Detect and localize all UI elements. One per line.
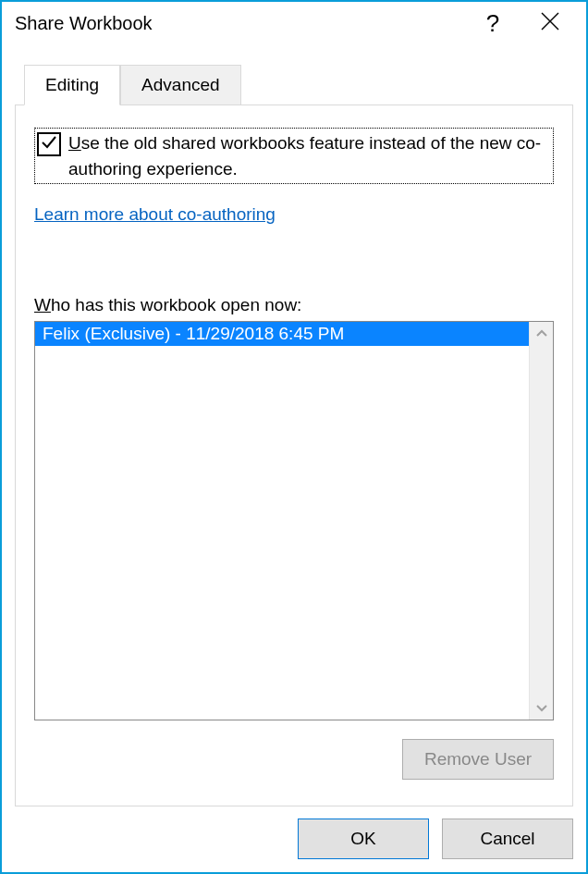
chevron-up-icon — [536, 324, 547, 344]
tab-panel-editing: Use the old shared workbooks feature ins… — [15, 105, 573, 806]
scrollbar[interactable] — [529, 322, 553, 720]
help-icon: ? — [486, 9, 499, 38]
dialog-title: Share Workbook — [15, 13, 481, 34]
use-old-shared-checkbox[interactable] — [37, 132, 61, 156]
users-listbox-inner: Felix (Exclusive) - 11/29/2018 6:45 PM — [35, 322, 529, 720]
users-listbox[interactable]: Felix (Exclusive) - 11/29/2018 6:45 PM — [34, 321, 554, 720]
remove-user-wrap: Remove User — [34, 739, 554, 780]
title-bar: Share Workbook ? — [2, 2, 586, 43]
cancel-button[interactable]: Cancel — [442, 819, 573, 859]
ok-button[interactable]: OK — [298, 819, 429, 859]
remove-user-button[interactable]: Remove User — [402, 739, 554, 780]
learn-more-link[interactable]: Learn more about co-authoring — [34, 204, 276, 225]
use-old-shared-label[interactable]: Use the old shared workbooks feature ins… — [68, 130, 551, 181]
tab-advanced[interactable]: Advanced — [120, 65, 241, 105]
checkmark-icon — [41, 134, 57, 155]
use-old-shared-row: Use the old shared workbooks feature ins… — [34, 128, 554, 184]
tabs: Editing Advanced — [24, 65, 586, 105]
help-button[interactable]: ? — [481, 11, 505, 35]
close-button[interactable] — [538, 11, 562, 35]
who-has-open-label: Who has this workbook open now: — [34, 295, 554, 315]
scroll-up-button[interactable] — [530, 322, 553, 346]
tab-editing[interactable]: Editing — [24, 65, 120, 105]
scroll-down-button[interactable] — [530, 696, 553, 720]
dialog-buttons: OK Cancel — [298, 819, 573, 859]
titlebar-controls: ? — [481, 11, 573, 35]
chevron-down-icon — [536, 697, 547, 718]
list-item[interactable]: Felix (Exclusive) - 11/29/2018 6:45 PM — [35, 322, 529, 346]
close-icon — [540, 11, 560, 36]
